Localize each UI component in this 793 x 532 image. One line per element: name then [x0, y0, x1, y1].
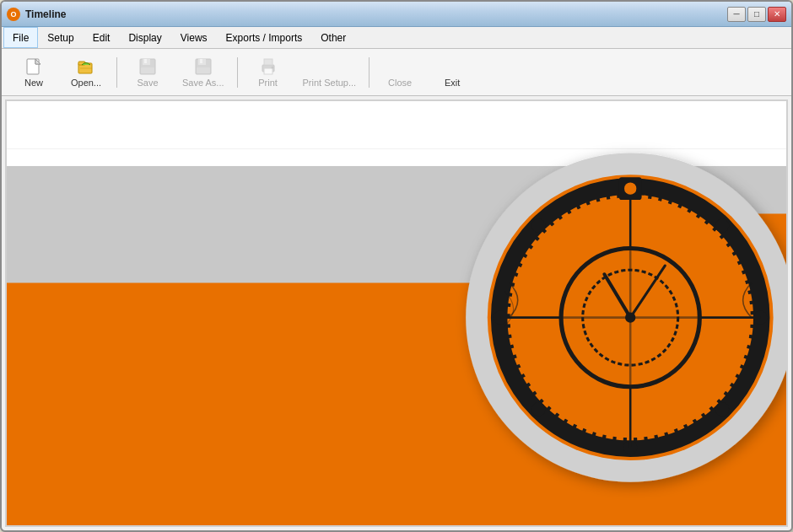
menu-item-other[interactable]: Other: [311, 27, 355, 48]
window-title: Timeline: [25, 8, 727, 20]
close-icon: [391, 57, 409, 76]
close-window-button[interactable]: ✕: [768, 7, 786, 22]
minimize-button[interactable]: ─: [727, 7, 746, 22]
toolbar-sep-1: [116, 57, 117, 88]
svg-point-30: [531, 402, 545, 416]
print-setup-button[interactable]: Print Setup...: [295, 53, 364, 92]
menu-item-exports-imports[interactable]: Exports / Imports: [217, 27, 312, 48]
menu-item-views[interactable]: Views: [171, 27, 217, 48]
svg-rect-11: [197, 67, 210, 73]
svg-point-29: [715, 219, 729, 233]
svg-point-37: [625, 312, 635, 322]
print-setup-label: Print Setup...: [303, 78, 357, 88]
save-as-icon: [193, 57, 213, 76]
maximize-button[interactable]: □: [747, 7, 766, 22]
close-button[interactable]: Close: [375, 53, 425, 92]
print-setup-icon: [320, 57, 338, 76]
content-area: [5, 99, 788, 527]
exit-label: Exit: [445, 78, 460, 88]
splash-graphic: [7, 101, 786, 525]
svg-rect-7: [141, 67, 154, 73]
title-bar: O Timeline ─ □ ✕: [2, 2, 791, 27]
app-icon: O: [7, 8, 20, 21]
save-button[interactable]: Save: [122, 53, 173, 92]
exit-icon: [443, 57, 461, 76]
menu-bar: File Setup Edit Display Views Exports / …: [2, 27, 791, 49]
svg-rect-6: [144, 59, 147, 63]
exit-button[interactable]: Exit: [427, 53, 477, 92]
new-icon: [24, 57, 44, 76]
open-icon: [76, 57, 96, 76]
menu-item-file[interactable]: File: [3, 27, 38, 48]
new-label: New: [24, 78, 43, 88]
toolbar-sep-2: [237, 57, 238, 88]
menu-item-display[interactable]: Display: [119, 27, 170, 48]
save-label: Save: [137, 78, 158, 88]
toolbar: New Open...: [2, 49, 791, 96]
svg-point-31: [715, 402, 729, 416]
close-label: Close: [388, 78, 412, 88]
svg-rect-14: [264, 68, 272, 74]
svg-rect-10: [200, 59, 202, 63]
print-icon: [258, 57, 278, 76]
splash-screen: [7, 101, 786, 525]
main-window: O Timeline ─ □ ✕ File Setup Edit Display…: [0, 0, 793, 532]
menu-item-setup[interactable]: Setup: [38, 27, 83, 48]
print-button[interactable]: Print: [243, 53, 294, 92]
menu-item-edit[interactable]: Edit: [84, 27, 120, 48]
save-icon: [138, 57, 158, 76]
svg-rect-13: [264, 59, 272, 65]
print-label: Print: [258, 78, 278, 88]
new-button[interactable]: New: [8, 53, 59, 92]
svg-point-28: [531, 219, 545, 233]
save-as-button[interactable]: Save As...: [175, 53, 232, 92]
svg-point-39: [624, 182, 636, 194]
window-controls: ─ □ ✕: [727, 7, 786, 22]
toolbar-sep-3: [369, 57, 370, 88]
open-label: Open...: [71, 78, 101, 88]
save-as-label: Save As...: [182, 78, 224, 88]
open-button[interactable]: Open...: [61, 53, 111, 92]
svg-point-15: [271, 66, 273, 68]
